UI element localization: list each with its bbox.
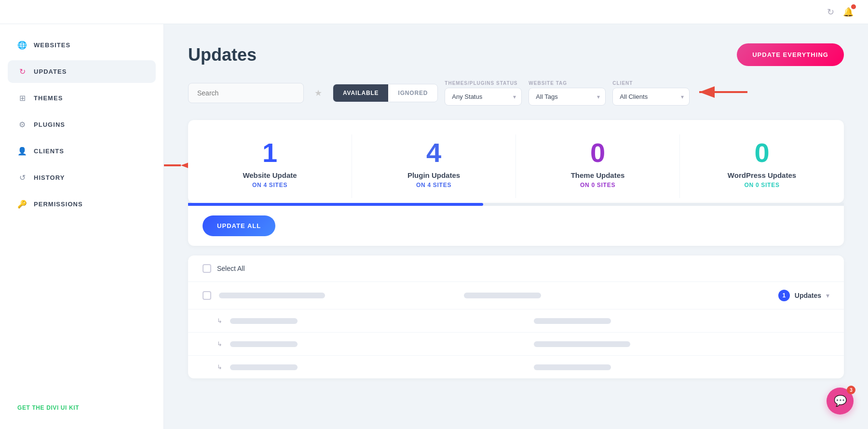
notification-badge — [851, 4, 856, 9]
blurred-plugin-name — [230, 364, 298, 370]
history-icon: ↺ — [17, 173, 27, 182]
update-everything-button[interactable]: UPDATE EVERYTHING — [737, 43, 844, 66]
update-all-row: UPDATE ALL — [188, 215, 844, 236]
red-arrow-stat-svg — [164, 156, 188, 175]
blurred-site-name — [219, 293, 325, 298]
sidebar-item-label: Updates — [34, 68, 67, 75]
sidebar-item-label: Plugins — [34, 121, 65, 128]
website-tag-select[interactable]: All Tags — [529, 88, 606, 106]
sidebar-item-clients[interactable]: 👤 Clients — [8, 140, 156, 162]
row-mid-col — [534, 341, 830, 347]
expand-arrow-icon[interactable]: ▾ — [826, 292, 829, 299]
sidebar-item-permissions[interactable]: 🔑 Permissions — [8, 193, 156, 215]
row-main-col — [219, 293, 456, 298]
stat-website-updates: 1 Website Update ON 4 SITES — [188, 134, 352, 198]
sidebar-item-label: Themes — [34, 94, 63, 102]
notification-wrapper: 🔔 — [843, 7, 854, 17]
themes-plugins-select-wrapper: Any Status — [445, 88, 522, 106]
permissions-icon: 🔑 — [17, 200, 27, 209]
client-label: CLIENT — [612, 80, 690, 86]
row-end-col: 1 Updates ▾ — [709, 290, 829, 301]
table-row: ↳ — [188, 309, 844, 333]
status-tab-group: AVAILABLE IGNORED — [333, 84, 438, 102]
update-all-button[interactable]: UPDATE ALL — [203, 215, 275, 236]
themes-icon: ⊞ — [17, 94, 27, 103]
website-tag-select-wrapper: All Tags — [529, 88, 606, 106]
stat-number-plugin: 4 — [426, 139, 441, 166]
stat-label-website: Website Update — [243, 171, 297, 179]
sidebar-item-plugins[interactable]: ⚙ Plugins — [8, 113, 156, 136]
updates-label: Updates — [795, 292, 821, 299]
sidebar-item-updates[interactable]: ↻ Updates — [8, 60, 156, 83]
sub-row-arrow-icon: ↳ — [217, 340, 222, 348]
main-layout: 🌐 Websites ↻ Updates ⊞ Themes ⚙ Plugins … — [0, 24, 868, 429]
row-checkbox[interactable] — [203, 291, 211, 300]
table-row: 1 Updates ▾ — [188, 282, 844, 309]
stat-theme-updates: 0 Theme Updates ON 0 SITES — [516, 134, 680, 198]
client-select[interactable]: All Clients — [612, 88, 690, 106]
sidebar-item-websites[interactable]: 🌐 Websites — [8, 34, 156, 56]
themes-plugins-label: THEMES/PLUGINS STATUS — [445, 80, 522, 86]
client-select-wrapper: All Clients — [612, 88, 690, 106]
sidebar-item-label: Clients — [34, 147, 64, 155]
stat-sublabel-wordpress: ON 0 SITES — [744, 182, 779, 188]
stat-number-theme: 0 — [590, 139, 605, 166]
globe-icon: 🌐 — [17, 40, 27, 50]
stat-sublabel-website: ON 4 SITES — [252, 182, 287, 188]
stat-number-wordpress: 0 — [754, 139, 769, 166]
progress-bar — [188, 203, 844, 206]
search-input[interactable] — [188, 83, 304, 103]
table-section: Select All 1 Updates ▾ ↳ — [188, 255, 844, 378]
sidebar-item-history[interactable]: ↺ History — [8, 166, 156, 189]
chat-icon: 💬 — [834, 395, 847, 407]
row-main-col — [230, 364, 526, 370]
table-row: ↳ — [188, 356, 844, 378]
blurred-plugin-name — [230, 341, 298, 347]
stat-label-wordpress: WordPress Updates — [728, 171, 796, 179]
website-tag-filter-group: WEBSITE TAG All Tags — [529, 80, 606, 106]
red-arrow-svg — [694, 82, 752, 102]
star-icon[interactable]: ★ — [311, 84, 326, 102]
client-filter-group: CLIENT All Clients — [612, 80, 690, 106]
arrow-annotation-client — [694, 82, 752, 104]
updates-badge: 1 — [778, 290, 790, 301]
stats-row: 1 Website Update ON 4 SITES 4 Plugin Upd… — [188, 120, 844, 203]
filter-bar: ★ AVAILABLE IGNORED THEMES/PLUGINS STATU… — [188, 80, 844, 106]
row-main-col — [230, 341, 526, 347]
arrow-annotation-stat — [164, 156, 188, 177]
sidebar-item-themes[interactable]: ⊞ Themes — [8, 87, 156, 109]
progress-bar-fill — [188, 203, 483, 206]
stat-number-website: 1 — [262, 139, 277, 166]
updates-icon: ↻ — [17, 67, 27, 76]
row-mid-col — [534, 318, 830, 324]
themes-plugins-select[interactable]: Any Status — [445, 88, 522, 106]
stat-plugin-updates: 4 Plugin Updates ON 4 SITES — [352, 134, 516, 198]
stat-sublabel-theme: ON 0 SITES — [580, 182, 615, 188]
page-header: Updates UPDATE EVERYTHING — [188, 43, 844, 66]
table-row: ↳ — [188, 333, 844, 356]
tab-ignored[interactable]: IGNORED — [388, 84, 437, 102]
topbar: ↻ 🔔 — [0, 0, 868, 24]
sub-row-arrow-icon: ↳ — [217, 317, 222, 324]
chat-badge: 3 — [847, 386, 855, 394]
themes-plugins-filter-group: THEMES/PLUGINS STATUS Any Status — [445, 80, 522, 106]
plugins-icon: ⚙ — [17, 120, 27, 129]
select-all-checkbox[interactable] — [203, 264, 211, 273]
sidebar-footer: Get the Divi UI Kit — [8, 395, 156, 419]
sidebar-item-label: Websites — [34, 41, 70, 49]
tab-available[interactable]: AVAILABLE — [333, 84, 388, 102]
select-all-row: Select All — [188, 255, 844, 282]
update-section: UPDATE ALL — [188, 203, 844, 246]
row-mid-col — [464, 293, 701, 298]
blurred-plugin-info — [534, 318, 611, 324]
row-mid-col — [534, 364, 830, 370]
sidebar-item-label: Permissions — [34, 201, 83, 208]
divi-kit-link[interactable]: Get the Divi UI Kit — [17, 404, 79, 411]
page-title: Updates — [188, 45, 257, 65]
blurred-plugin-info — [534, 341, 630, 347]
stat-label-plugin: Plugin Updates — [407, 171, 460, 179]
refresh-icon[interactable]: ↻ — [827, 7, 834, 17]
stat-sublabel-plugin: ON 4 SITES — [416, 182, 451, 188]
row-main-col — [230, 318, 526, 324]
chat-bubble[interactable]: 💬 3 — [827, 388, 854, 415]
